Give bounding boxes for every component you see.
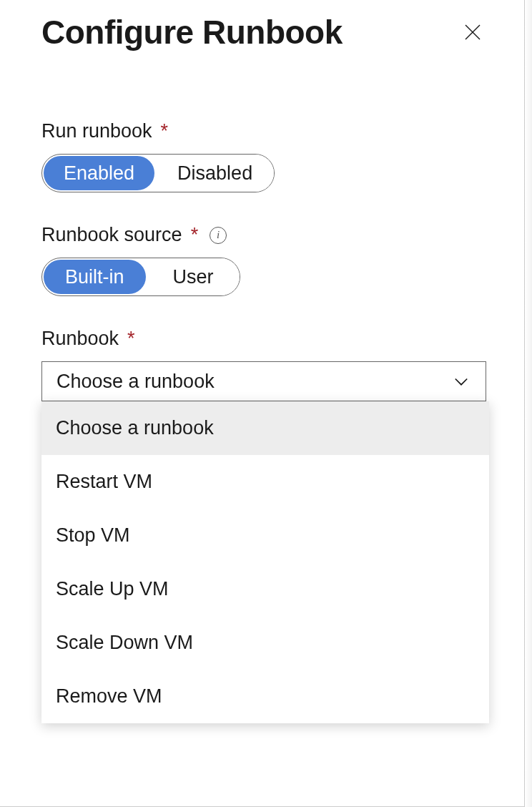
- runbook-option-scale-up-vm[interactable]: Scale Up VM: [41, 562, 489, 616]
- runbook-source-builtin-option[interactable]: Built-in: [44, 260, 146, 294]
- runbook-selected-value: Choose a runbook: [56, 371, 215, 393]
- run-runbook-enabled-option[interactable]: Enabled: [44, 156, 154, 190]
- close-icon: [462, 21, 483, 43]
- runbook-select-wrapper: Choose a runbook Choose a runbook Restar…: [41, 361, 483, 401]
- runbook-field: Runbook * Choose a runbook Choose a runb…: [41, 328, 483, 401]
- panel-header: Configure Runbook: [41, 13, 483, 52]
- runbook-source-toggle: Built-in User: [41, 258, 240, 296]
- run-runbook-label: Run runbook: [41, 120, 152, 142]
- info-icon[interactable]: i: [210, 227, 227, 244]
- runbook-source-field: Runbook source * i Built-in User: [41, 224, 483, 296]
- runbook-dropdown: Choose a runbook Restart VM Stop VM Scal…: [41, 401, 489, 723]
- required-indicator: *: [191, 224, 199, 246]
- runbook-option-stop-vm[interactable]: Stop VM: [41, 509, 489, 562]
- runbook-label: Runbook: [41, 328, 119, 350]
- runbook-option-remove-vm[interactable]: Remove VM: [41, 670, 489, 723]
- run-runbook-toggle: Enabled Disabled: [41, 154, 275, 192]
- scrollbar-track: [525, 0, 532, 807]
- required-indicator: *: [127, 328, 135, 350]
- chevron-down-icon: [451, 371, 471, 391]
- configure-runbook-panel: Configure Runbook Run runbook * Enabled …: [0, 0, 525, 807]
- run-runbook-label-row: Run runbook *: [41, 120, 483, 142]
- runbook-option-restart-vm[interactable]: Restart VM: [41, 455, 489, 509]
- runbook-source-user-option[interactable]: User: [147, 258, 240, 295]
- close-button[interactable]: [458, 18, 487, 47]
- run-runbook-disabled-option[interactable]: Disabled: [156, 155, 274, 192]
- runbook-source-label-row: Runbook source * i: [41, 224, 483, 246]
- runbook-option-placeholder[interactable]: Choose a runbook: [41, 401, 489, 455]
- runbook-select[interactable]: Choose a runbook: [41, 361, 486, 401]
- panel-title: Configure Runbook: [41, 13, 343, 52]
- required-indicator: *: [161, 120, 169, 142]
- runbook-source-label: Runbook source: [41, 224, 182, 246]
- runbook-label-row: Runbook *: [41, 328, 483, 350]
- run-runbook-field: Run runbook * Enabled Disabled: [41, 120, 483, 192]
- runbook-option-scale-down-vm[interactable]: Scale Down VM: [41, 616, 489, 670]
